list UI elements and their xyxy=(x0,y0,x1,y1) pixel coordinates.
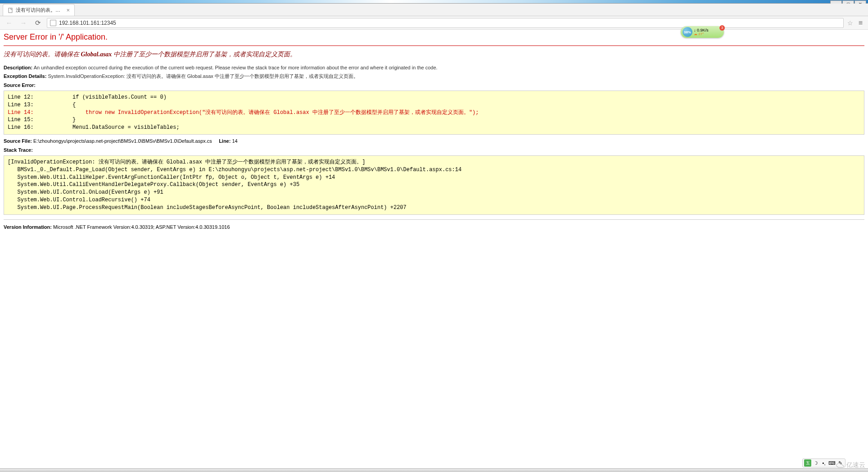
line-number: 14 xyxy=(232,138,237,144)
forward-button[interactable]: → xyxy=(18,18,29,28)
stack-trace-section: Stack Trace: xyxy=(4,147,864,153)
reload-button[interactable]: ⟳ xyxy=(32,18,43,28)
page-icon xyxy=(50,20,56,26)
source-error-label: Source Error: xyxy=(4,82,36,88)
line-label: Line: xyxy=(219,138,231,144)
svg-rect-0 xyxy=(9,8,12,13)
stack-trace-block: [InvalidOperationException: 没有可访问的表。请确保在… xyxy=(4,155,864,215)
close-tab-icon[interactable]: × xyxy=(66,7,70,14)
error-message: 没有可访问的表。请确保在 Global.asax 中注册了至少一个数据模型并启用… xyxy=(4,50,864,59)
description-section: Description: An unhandled exception occu… xyxy=(4,65,864,70)
notification-badge[interactable]: 3 xyxy=(719,25,725,31)
source-file-line: Source File: E:\zhouhongyu\projects\asp.… xyxy=(4,138,864,144)
file-icon xyxy=(8,8,13,13)
exception-label: Exception Details: xyxy=(4,73,46,79)
source-file-path: E:\zhouhongyu\projects\asp.net-project\B… xyxy=(33,138,212,144)
browser-tab-strip: 没有可访问的表。请确保... × xyxy=(0,4,868,16)
version-label: Version Information: xyxy=(4,224,52,230)
source-file-label: Source File: xyxy=(4,138,32,144)
description-text: An unhandled exception occurred during t… xyxy=(34,65,438,70)
browser-menu-icon[interactable]: ≡ xyxy=(857,19,864,27)
exception-section: Exception Details: System.InvalidOperati… xyxy=(4,73,864,80)
page-content: Server Error in '/' Application. 没有可访问的表… xyxy=(0,30,868,232)
description-label: Description: xyxy=(4,65,32,70)
cpu-badge: 38% xyxy=(683,27,692,37)
divider xyxy=(4,45,864,46)
source-error-section: Source Error: xyxy=(4,82,864,88)
browser-tab[interactable]: 没有可访问的表。请确保... × xyxy=(3,4,75,16)
temperature: ☁ 27° xyxy=(694,32,722,36)
divider xyxy=(4,219,864,220)
browser-toolbar: ← → ⟳ ☆ ≡ xyxy=(0,16,868,30)
bookmark-star-icon[interactable]: ☆ xyxy=(847,19,853,27)
back-button[interactable]: ← xyxy=(4,18,14,28)
version-text: Microsoft .NET Framework Version:4.0.303… xyxy=(53,224,230,230)
window-titlebar-glass xyxy=(0,0,868,4)
url-input[interactable] xyxy=(59,20,841,26)
highlighted-line: Line 14: throw new InvalidOperationExcep… xyxy=(8,109,479,116)
error-title: Server Error in '/' Application. xyxy=(4,32,864,42)
tab-title: 没有可访问的表。请确保... xyxy=(16,7,63,14)
system-monitor-widget[interactable]: 38% ↓ 0.9K/s ☁ 27° 3 xyxy=(681,26,724,38)
source-code-block: Line 12: if (visibleTables.Count == 0) L… xyxy=(4,91,864,135)
widget-stats: ↓ 0.9K/s ☁ 27° xyxy=(694,28,722,36)
stack-trace-label: Stack Trace: xyxy=(4,147,33,153)
version-info: Version Information: Microsoft .NET Fram… xyxy=(4,224,864,230)
exception-text: System.InvalidOperationException: 没有可访问的… xyxy=(48,73,358,79)
